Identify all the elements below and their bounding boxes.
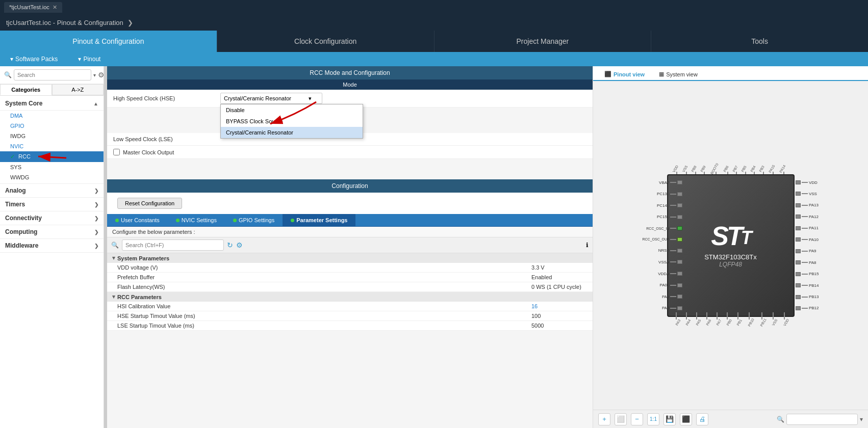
pin-vssa: VSSA bbox=[658, 260, 682, 264]
settings-icon[interactable]: ⚙ bbox=[236, 241, 243, 249]
dropdown-option-crystal[interactable]: Crystal/Ceramic Resonator bbox=[221, 127, 363, 138]
close-tab-button[interactable]: ✕ bbox=[53, 4, 57, 11]
master-clock-row: Master Clock Output bbox=[107, 146, 593, 159]
tab-pinout-view[interactable]: ⬛ Pinout view bbox=[598, 68, 651, 81]
tab-gpio-settings[interactable]: GPIO Settings bbox=[225, 214, 283, 226]
nav-project[interactable]: Project Manager bbox=[435, 31, 652, 52]
middleware-header[interactable]: Middleware ❯ bbox=[0, 239, 104, 253]
chevron-down-icon: ▾ bbox=[309, 95, 312, 102]
hse-dropdown[interactable]: Crystal/Ceramic Resonator ▾ bbox=[220, 93, 322, 104]
fit-view-button[interactable]: ⬜ bbox=[615, 413, 627, 425]
tab-az-label: A->Z bbox=[71, 87, 84, 93]
pin-pa4-bot: PA4 bbox=[683, 312, 690, 325]
timers-header[interactable]: Timers ❯ bbox=[0, 198, 104, 211]
chip-name: STM32F103C8Tx bbox=[704, 253, 757, 261]
param-prefetch-name: Prefetch Buffer bbox=[117, 274, 531, 280]
chip-area: VDD VSS PB8 PB9 bbox=[593, 81, 868, 410]
system-core-label: System Core bbox=[5, 100, 42, 107]
toolbar-search-input[interactable] bbox=[786, 414, 858, 425]
tab-user-constants[interactable]: User Constants bbox=[107, 214, 168, 226]
middleware-label: Middleware bbox=[5, 242, 38, 249]
chip-body: VBAT PC13.. PC14.. bbox=[667, 174, 795, 317]
zoom-in-button[interactable]: + bbox=[598, 413, 610, 425]
print-button[interactable]: 🖨 bbox=[696, 413, 708, 425]
config-header: Configuration bbox=[107, 179, 593, 193]
dropdown-option-bypass[interactable]: BYPASS Clock Source bbox=[221, 116, 363, 127]
tab-nvic-settings[interactable]: NVIC Settings bbox=[168, 214, 225, 226]
sidebar-item-iwdg[interactable]: IWDG bbox=[0, 131, 104, 141]
configure-text: Configure the below parameters : bbox=[107, 227, 593, 237]
connectivity-label: Connectivity bbox=[5, 215, 42, 222]
pin-vss-bot: VSS bbox=[770, 312, 777, 325]
tab-system-view[interactable]: ▦ System view bbox=[653, 68, 704, 81]
system-core-header[interactable]: System Core ▲ bbox=[0, 97, 104, 111]
params-search-input[interactable] bbox=[122, 239, 224, 251]
param-lse-startup-value: 5000 bbox=[531, 323, 582, 329]
zoom-reset-button[interactable]: 1:1 bbox=[647, 413, 659, 425]
search-input[interactable] bbox=[14, 69, 91, 81]
dropdown-option-disable[interactable]: Disable bbox=[221, 104, 363, 116]
subnav-pinout[interactable]: ▾ Pinout bbox=[78, 56, 100, 63]
chevron-right-icon: ❯ bbox=[94, 202, 98, 207]
subnav-pinout-label: Pinout bbox=[83, 56, 100, 63]
pin-pc14: PC14.. bbox=[657, 203, 682, 208]
save-view-button[interactable]: 💾 bbox=[663, 413, 676, 425]
tab-az[interactable]: A->Z bbox=[52, 84, 104, 95]
param-row-flash: Flash Latency(WS) 0 WS (1 CPU cycle) bbox=[107, 282, 593, 292]
sidebar-item-wwdg[interactable]: WWDG bbox=[0, 172, 104, 182]
master-clock-checkbox[interactable] bbox=[113, 149, 120, 155]
sidebar-tabs: Categories A->Z bbox=[0, 84, 104, 96]
gear-icon[interactable]: ⚙ bbox=[98, 71, 104, 79]
content-area: 🔍 ▾ ⚙ Categories A->Z System Core ▲ DMA … bbox=[0, 66, 868, 428]
chip-container: VDD VSS PB8 PB9 bbox=[667, 174, 795, 317]
check-icon: ✓ bbox=[10, 153, 15, 159]
subnav-software-packs-label: Software Packs bbox=[15, 56, 58, 63]
pin-pa1: PA1 bbox=[662, 295, 683, 299]
sidebar-item-gpio[interactable]: GPIO bbox=[0, 121, 104, 131]
refresh-icon[interactable]: ↻ bbox=[227, 241, 233, 249]
computing-header[interactable]: Computing ❯ bbox=[0, 225, 104, 239]
param-hse-startup-value: 100 bbox=[531, 313, 582, 319]
hse-dropdown-list[interactable]: Disable BYPASS Clock Source Crystal/Cera… bbox=[220, 104, 363, 139]
sidebar-item-dma[interactable]: DMA bbox=[0, 111, 104, 121]
sidebar-item-nvic[interactable]: NVIC bbox=[0, 141, 104, 151]
columns-view-button[interactable]: ⬛ bbox=[680, 413, 692, 425]
chevron-down-icon: ▾ bbox=[78, 56, 81, 63]
connectivity-header[interactable]: Connectivity ❯ bbox=[0, 211, 104, 225]
nav-tools[interactable]: Tools bbox=[651, 31, 868, 52]
sidebar-search-bar: 🔍 ▾ ⚙ bbox=[0, 66, 104, 84]
pin-rcc-osc-out: RCC_OSC_OUT bbox=[643, 237, 683, 242]
tab-categories-label: Categories bbox=[11, 87, 40, 93]
view-tabs: ⬛ Pinout view ▦ System view bbox=[593, 66, 868, 81]
nav-pinout[interactable]: Pinout & Configuration bbox=[0, 31, 217, 52]
config-tabs: User Constants NVIC Settings GPIO Settin… bbox=[107, 214, 593, 227]
dot-active-icon bbox=[291, 219, 294, 222]
hse-dropdown-container[interactable]: Crystal/Ceramic Resonator ▾ Disable BYPA… bbox=[220, 93, 322, 104]
timers-label: Timers bbox=[5, 201, 25, 208]
nav-clock[interactable]: Clock Configuration bbox=[217, 31, 435, 52]
pin-pa12: PA12 bbox=[796, 215, 819, 219]
pin-pa2: PA2 bbox=[662, 306, 683, 310]
sidebar-item-sys[interactable]: SYS bbox=[0, 162, 104, 172]
reset-btn-container: Reset Configuration bbox=[107, 193, 593, 214]
tab-parameter-settings[interactable]: Parameter Settings bbox=[283, 214, 355, 226]
chip-package: LQFP48 bbox=[719, 261, 742, 268]
tab-categories[interactable]: Categories bbox=[0, 84, 52, 95]
params-search-bar: 🔍 ↻ ⚙ ℹ bbox=[107, 237, 593, 253]
chevron-down-icon: ▾ bbox=[112, 293, 115, 300]
subnav-software-packs[interactable]: ▾ Software Packs bbox=[10, 56, 58, 63]
pin-pa6-bot: PA6 bbox=[704, 312, 710, 325]
pin-pb0-bot: PB0 bbox=[724, 312, 731, 325]
analog-header[interactable]: Analog ❯ bbox=[0, 183, 104, 198]
sidebar-item-rcc[interactable]: ✓ RCC bbox=[0, 151, 104, 162]
param-lse-startup-name: LSE Startup Timout Value (ms) bbox=[117, 323, 531, 329]
rcc-params-title: ▾ RCC Parameters bbox=[107, 292, 593, 302]
editor-tab[interactable]: *tjcUsartTest.ioc ✕ bbox=[4, 2, 62, 13]
zoom-out-button[interactable]: − bbox=[631, 413, 643, 425]
pin-vdd-bot: VDD bbox=[781, 312, 788, 325]
param-row-hse-startup: HSE Startup Timout Value (ms) 100 bbox=[107, 311, 593, 321]
sub-nav: ▾ Software Packs ▾ Pinout bbox=[0, 52, 868, 66]
reset-configuration-button[interactable]: Reset Configuration bbox=[117, 198, 182, 209]
param-row-prefetch: Prefetch Buffer Enabled bbox=[107, 273, 593, 282]
right-pins: VDD VSS PA13 bbox=[796, 180, 819, 311]
